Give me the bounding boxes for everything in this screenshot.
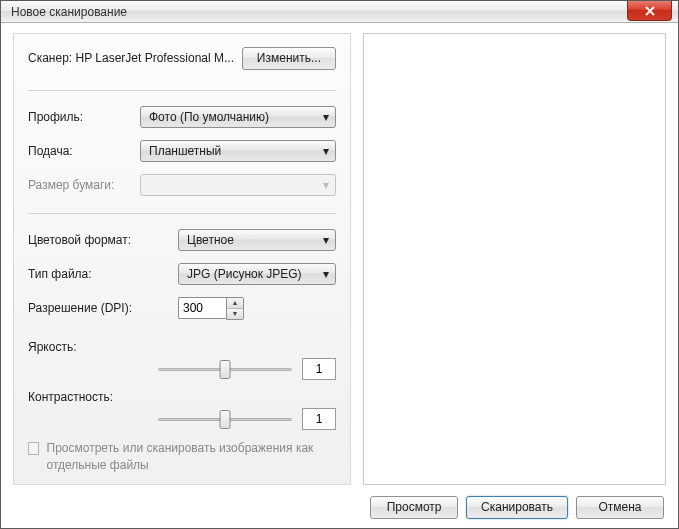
paper-select: ▾ [140,174,336,196]
dpi-spinner[interactable]: ▲ ▼ [178,297,244,320]
slider-thumb[interactable] [220,360,231,379]
color-select[interactable]: Цветное ▾ [178,229,336,251]
brightness-value[interactable] [302,358,336,380]
dialog-body: Сканер: HP LaserJet Professional M... Из… [1,23,678,495]
paper-row: Размер бумаги: ▾ [28,173,336,197]
dpi-row: Разрешение (DPI): ▲ ▼ [28,296,336,320]
contrast-slider[interactable] [158,409,292,429]
preview-button[interactable]: Просмотр [370,496,458,519]
contrast-row: Контрастность: [28,390,336,430]
profile-label: Профиль: [28,110,83,124]
feed-label: Подача: [28,144,73,158]
cancel-button[interactable]: Отмена [576,496,664,519]
dpi-label: Разрешение (DPI): [28,301,132,315]
close-icon [645,6,655,16]
contrast-label: Контрастность: [28,390,113,404]
scanner-row: Сканер: HP LaserJet Professional M... Из… [28,46,336,70]
titlebar: Новое сканирование [1,1,678,23]
filetype-value: JPG (Рисунок JPEG) [187,267,302,281]
profile-row: Профиль: Фото (По умолчанию) ▾ [28,105,336,129]
brightness-slider[interactable] [158,359,292,379]
change-scanner-button[interactable]: Изменить... [242,47,336,70]
profile-select[interactable]: Фото (По умолчанию) ▾ [140,106,336,128]
filetype-select[interactable]: JPG (Рисунок JPEG) ▾ [178,263,336,285]
dpi-up-button[interactable]: ▲ [227,298,243,309]
brightness-row: Яркость: [28,340,336,380]
preview-files-checkbox [28,442,39,455]
chevron-down-icon: ▾ [323,110,329,124]
filetype-row: Тип файла: JPG (Рисунок JPEG) ▾ [28,262,336,286]
chevron-down-icon: ▾ [323,178,329,192]
window-title: Новое сканирование [11,5,127,19]
scanner-label: Сканер: HP LaserJet Professional M... [28,51,242,65]
slider-thumb[interactable] [220,410,231,429]
color-value: Цветное [187,233,234,247]
separator [28,213,336,214]
separator [28,90,336,91]
preview-files-label: Просмотреть или сканировать изображения … [47,440,336,474]
dpi-input[interactable] [178,297,226,319]
color-label: Цветовой формат: [28,233,131,247]
chevron-down-icon: ▾ [323,267,329,281]
chevron-down-icon: ▾ [323,144,329,158]
contrast-value[interactable] [302,408,336,430]
feed-value: Планшетный [149,144,221,158]
brightness-label: Яркость: [28,340,76,354]
scan-dialog: Новое сканирование Сканер: HP LaserJet P… [0,0,679,529]
scan-button[interactable]: Сканировать [466,496,568,519]
profile-value: Фото (По умолчанию) [149,110,269,124]
footer: Просмотр Сканировать Отмена [1,495,678,528]
color-row: Цветовой формат: Цветное ▾ [28,228,336,252]
close-button[interactable] [627,1,672,21]
paper-label: Размер бумаги: [28,178,114,192]
feed-row: Подача: Планшетный ▾ [28,139,336,163]
filetype-label: Тип файла: [28,267,92,281]
preview-area [363,33,666,485]
chevron-down-icon: ▾ [323,233,329,247]
feed-select[interactable]: Планшетный ▾ [140,140,336,162]
settings-panel: Сканер: HP LaserJet Professional M... Из… [13,33,351,485]
dpi-down-button[interactable]: ▼ [227,309,243,319]
preview-files-row: Просмотреть или сканировать изображения … [28,440,336,474]
